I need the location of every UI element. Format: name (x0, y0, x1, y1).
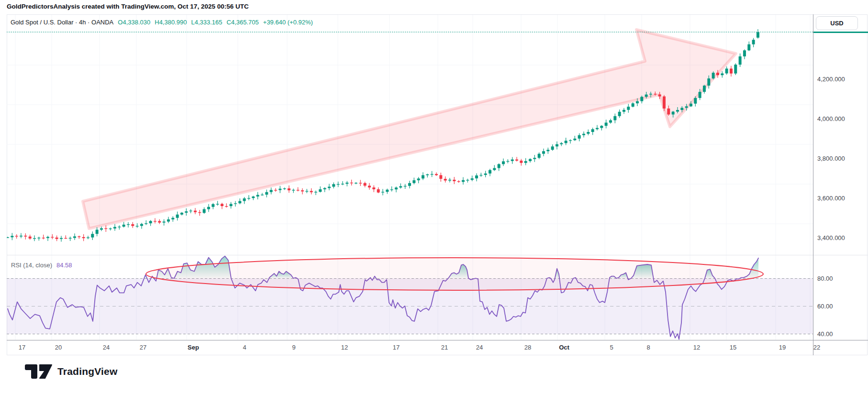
ohlc-open: O4,338.030 (118, 19, 150, 26)
rsi-legend[interactable]: RSI (14, close) 84.58 (11, 262, 72, 269)
symbol-title: Gold Spot / U.S. Dollar · 4h · OANDA (11, 19, 113, 26)
date-axis-label: 19 (779, 344, 786, 351)
price-axis-label: 3,800.000 (817, 155, 845, 162)
date-axis-label: 4 (243, 344, 246, 351)
change-value: +39.640 (+0.92%) (263, 19, 313, 26)
date-axis-label: 9 (292, 344, 295, 351)
date-axis-label: 8 (646, 344, 650, 351)
price-axis-label: 3,600.000 (817, 195, 845, 202)
date-axis-label: 24 (476, 344, 483, 351)
rsi-axis-label: 60.00 (817, 303, 833, 310)
date-axis-label: 17 (393, 344, 400, 351)
rsi-axis-label: 40.00 (817, 330, 833, 338)
rsi-value: 84.58 (56, 262, 72, 269)
tradingview-snapshot: { "header": { "title": "GoldPredictorsAn… (0, 0, 868, 394)
date-axis-label: 28 (524, 344, 531, 351)
ohlc-low: L4,333.165 (191, 19, 222, 26)
rsi-indicator-label: RSI (14, close) (11, 262, 52, 269)
date-axis-label: 22 (813, 344, 820, 351)
attribution-header: GoldPredictorsAnalysis created with Trad… (7, 3, 249, 10)
date-axis-label: 20 (55, 344, 62, 351)
ohlc-close: C4,365.705 (227, 19, 259, 26)
ohlc-high: H4,380.990 (155, 19, 187, 26)
date-axis-label: 12 (341, 344, 348, 351)
currency-underline (813, 32, 868, 33)
tradingview-logo-text: TradingView (57, 366, 118, 377)
date-axis-label: Oct (559, 344, 569, 351)
date-axis-label: Sep (188, 344, 199, 351)
price-axis-label: 4,000.000 (817, 115, 845, 122)
price-axis-label: 3,400.000 (817, 234, 845, 241)
symbol-legend[interactable]: Gold Spot / U.S. Dollar · 4h · OANDA O4,… (11, 19, 313, 26)
price-axis-label: 4,200.000 (817, 76, 845, 83)
rsi-axis-label: 80.00 (817, 275, 833, 282)
date-axis-label: 5 (610, 344, 613, 351)
overbought-ellipse-annotation (146, 258, 763, 290)
date-axis-label: 27 (140, 344, 146, 351)
currency-toggle-button[interactable]: USD (816, 16, 858, 30)
tradingview-logo-icon (25, 364, 53, 379)
tradingview-logo[interactable]: TradingView (25, 364, 118, 379)
date-axis-label: 21 (441, 344, 448, 351)
date-axis-label: 15 (730, 344, 736, 351)
date-axis-label: 17 (19, 344, 25, 351)
price-chart-canvas[interactable] (7, 14, 868, 355)
date-axis-label: 12 (693, 344, 700, 351)
date-axis-label: 24 (103, 344, 110, 351)
